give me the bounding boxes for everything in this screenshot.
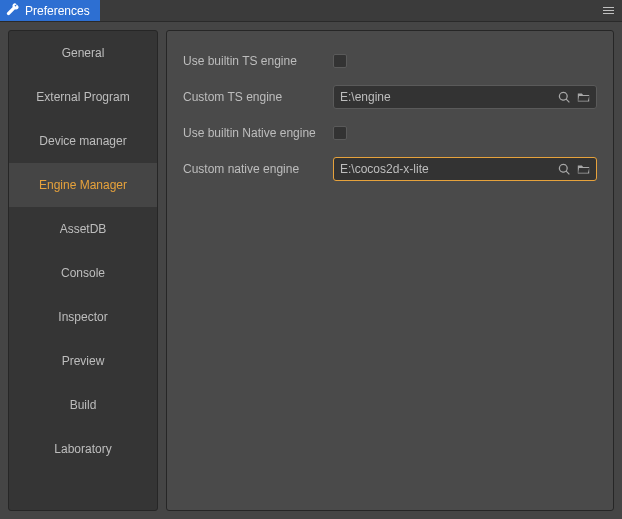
input-custom-ts[interactable]: [340, 90, 552, 104]
sidebar-item-external-program[interactable]: External Program: [9, 75, 157, 119]
row-use-builtin-native: Use builtin Native engine: [183, 121, 597, 145]
search-icon[interactable]: [558, 91, 571, 104]
title-tab[interactable]: Preferences: [0, 0, 100, 21]
sidebar-item-console[interactable]: Console: [9, 251, 157, 295]
sidebar-item-label: Build: [70, 398, 97, 412]
hamburger-icon: [603, 7, 614, 14]
label-custom-native: Custom native engine: [183, 162, 333, 176]
sidebar-item-label: Laboratory: [54, 442, 111, 456]
search-icon[interactable]: [558, 163, 571, 176]
sidebar-item-label: External Program: [36, 90, 129, 104]
sidebar-item-general[interactable]: General: [9, 31, 157, 75]
sidebar: GeneralExternal ProgramDevice managerEng…: [8, 30, 158, 511]
sidebar-item-assetdb[interactable]: AssetDB: [9, 207, 157, 251]
wrench-icon: [6, 3, 19, 19]
sidebar-item-device-manager[interactable]: Device manager: [9, 119, 157, 163]
sidebar-item-build[interactable]: Build: [9, 383, 157, 427]
sidebar-item-label: General: [62, 46, 105, 60]
main-panel: Use builtin TS engine Custom TS engine U…: [166, 30, 614, 511]
sidebar-item-label: AssetDB: [60, 222, 107, 236]
sidebar-item-label: Console: [61, 266, 105, 280]
sidebar-item-label: Engine Manager: [39, 178, 127, 192]
folder-icon[interactable]: [577, 163, 590, 176]
folder-icon[interactable]: [577, 91, 590, 104]
sidebar-item-inspector[interactable]: Inspector: [9, 295, 157, 339]
path-field-custom-native[interactable]: [333, 157, 597, 181]
sidebar-item-engine-manager[interactable]: Engine Manager: [9, 163, 157, 207]
titlebar: Preferences: [0, 0, 622, 22]
row-custom-native: Custom native engine: [183, 157, 597, 181]
window-title: Preferences: [25, 4, 90, 18]
sidebar-item-laboratory[interactable]: Laboratory: [9, 427, 157, 471]
label-use-builtin-ts: Use builtin TS engine: [183, 54, 333, 68]
checkbox-use-builtin-native[interactable]: [333, 126, 347, 140]
input-custom-native[interactable]: [340, 162, 552, 176]
row-use-builtin-ts: Use builtin TS engine: [183, 49, 597, 73]
label-custom-ts: Custom TS engine: [183, 90, 333, 104]
sidebar-item-label: Inspector: [58, 310, 107, 324]
menu-button[interactable]: [595, 0, 622, 21]
sidebar-item-label: Device manager: [39, 134, 126, 148]
row-custom-ts: Custom TS engine: [183, 85, 597, 109]
path-field-custom-ts[interactable]: [333, 85, 597, 109]
checkbox-use-builtin-ts[interactable]: [333, 54, 347, 68]
label-use-builtin-native: Use builtin Native engine: [183, 126, 333, 140]
sidebar-item-label: Preview: [62, 354, 105, 368]
sidebar-item-preview[interactable]: Preview: [9, 339, 157, 383]
content: GeneralExternal ProgramDevice managerEng…: [0, 22, 622, 519]
